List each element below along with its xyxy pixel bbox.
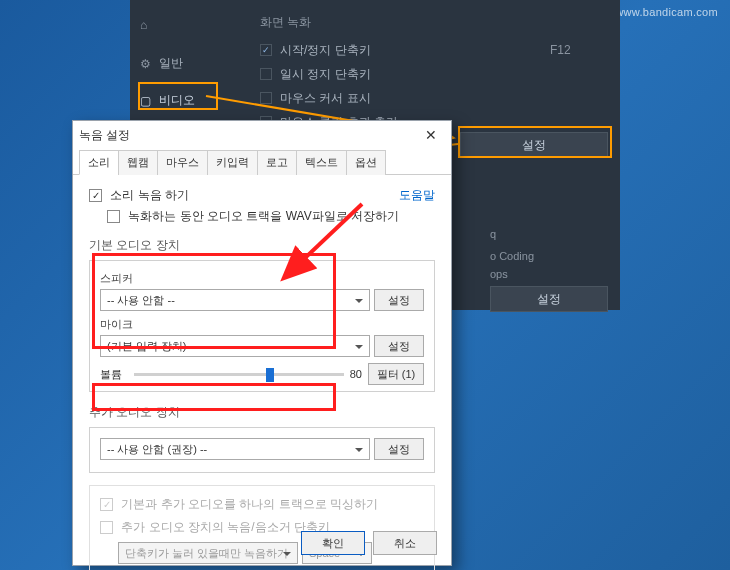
tab-webcam[interactable]: 웹캠	[118, 150, 158, 175]
tab-logo[interactable]: 로고	[257, 150, 297, 175]
secondary-audio-title: 추가 오디오 장치	[89, 404, 435, 421]
dialog-title: 녹음 설정	[79, 127, 130, 144]
filter-button[interactable]: 필터 (1)	[368, 363, 424, 385]
volume-label: 볼륨	[100, 367, 128, 382]
secondary-settings-button[interactable]: 설정	[374, 438, 424, 460]
video-icon: ▢	[140, 94, 151, 108]
bg-settings-button-2[interactable]: 설정	[490, 286, 608, 312]
mic-value: (기본 입력 장치)	[107, 339, 186, 354]
checkbox-pause[interactable]	[260, 68, 272, 80]
home-icon: ⌂	[140, 18, 147, 32]
mic-select[interactable]: (기본 입력 장치)	[100, 335, 370, 357]
hotkey-f12: F12	[550, 43, 571, 57]
label-mouse-cursor: 마우스 커서 표시	[280, 90, 371, 107]
bg-settings-button-1[interactable]: 설정	[460, 132, 608, 158]
secondary-audio-group: -- 사용 안함 (권장) -- 설정	[89, 427, 435, 473]
ok-button[interactable]: 확인	[301, 531, 365, 555]
speaker-label: 스피커	[100, 271, 424, 286]
dialog-titlebar: 녹음 설정 ✕	[73, 121, 451, 149]
secondary-select[interactable]: -- 사용 안함 (권장) --	[100, 438, 370, 460]
tab-text[interactable]: 텍스트	[296, 150, 347, 175]
sidebar-section-title: ⌂	[140, 18, 147, 32]
primary-audio-group: 스피커 -- 사용 안함 -- 설정 마이크 (기본 입력 장치) 설정 볼륨	[89, 260, 435, 392]
dialog-tabs: 소리 웹캠 마우스 키입력 로고 텍스트 옵션	[73, 149, 451, 175]
sidebar-label-general: 일반	[159, 55, 183, 72]
volume-slider[interactable]	[134, 365, 344, 383]
primary-audio-title: 기본 오디오 장치	[89, 237, 435, 254]
tab-mouse[interactable]: 마우스	[157, 150, 208, 175]
checkbox-mix-tracks	[100, 498, 113, 511]
recording-settings-dialog: 녹음 설정 ✕ 소리 웹캠 마우스 키입력 로고 텍스트 옵션 소리 녹음 하기…	[72, 120, 452, 566]
mic-label: 마이크	[100, 317, 424, 332]
tab-keyinput[interactable]: 키입력	[207, 150, 258, 175]
tab-options[interactable]: 옵션	[346, 150, 386, 175]
label-pause: 일시 정지 단축키	[280, 66, 371, 83]
checkbox-record-sound[interactable]	[89, 189, 102, 202]
speaker-value: -- 사용 안함 --	[107, 293, 175, 308]
sidebar-label-video: 비디오	[159, 92, 195, 109]
mic-settings-button[interactable]: 설정	[374, 335, 424, 357]
speaker-settings-button[interactable]: 설정	[374, 289, 424, 311]
sidebar-item-video[interactable]: ▢ 비디오	[140, 92, 195, 109]
close-icon[interactable]: ✕	[417, 127, 445, 143]
tab-sound[interactable]: 소리	[79, 150, 119, 175]
sidebar-item-general[interactable]: ⚙ 일반	[140, 55, 183, 72]
bg-info-line1: q	[490, 228, 496, 240]
checkbox-mouse-cursor[interactable]	[260, 92, 272, 104]
label-record-sound: 소리 녹음 하기	[110, 188, 189, 202]
secondary-value: -- 사용 안함 (권장) --	[107, 442, 207, 457]
help-link[interactable]: 도움말	[399, 187, 435, 204]
label-start-stop: 시작/정지 단축키	[280, 42, 371, 59]
mixing-options-group: 기본과 추가 오디오를 하나의 트랙으로 믹싱하기 추가 오디오 장치의 녹음/…	[89, 485, 435, 570]
checkbox-start-stop[interactable]	[260, 44, 272, 56]
watermark: www.bandicam.com	[615, 6, 718, 18]
bg-info-line3: ops	[490, 268, 508, 280]
label-save-wav: 녹화하는 동안 오디오 트랙을 WAV파일로 저장하기	[128, 209, 399, 223]
label-mix-tracks: 기본과 추가 오디오를 하나의 트랙으로 믹싱하기	[121, 497, 378, 511]
bg-info-line2: o Coding	[490, 250, 534, 262]
gear-icon: ⚙	[140, 57, 151, 71]
volume-value: 80	[350, 368, 362, 380]
speaker-select[interactable]: -- 사용 안함 --	[100, 289, 370, 311]
checkbox-save-wav[interactable]	[107, 210, 120, 223]
cancel-button[interactable]: 취소	[373, 531, 437, 555]
bg-section-title: 화면 녹화	[260, 14, 311, 31]
